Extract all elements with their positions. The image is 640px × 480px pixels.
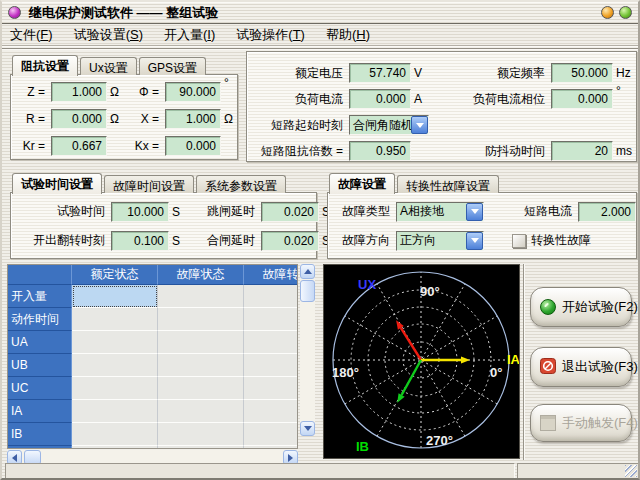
tab-test-time-settings[interactable]: 试验时间设置: [12, 173, 102, 194]
table-row-header[interactable]: UA: [8, 331, 72, 354]
table-row-header[interactable]: 动作时间: [8, 308, 72, 331]
vertical-scroll-thumb[interactable]: [300, 280, 315, 302]
menu-bar: 文件(F) 试验设置(S) 开入量(I) 试验操作(T) 帮助(H): [2, 24, 638, 46]
table-column-header[interactable]: 故障状态: [158, 265, 244, 285]
manual-trigger-button[interactable]: 手动触发(F4): [530, 404, 632, 442]
scroll-down-icon[interactable]: [300, 421, 315, 436]
short-circuit-start-dropdown[interactable]: 合闸角随机: [349, 115, 429, 135]
table-row-header[interactable]: IB: [8, 423, 72, 446]
table-cell[interactable]: [244, 308, 298, 331]
table-cell[interactable]: [244, 400, 298, 423]
kx-input[interactable]: 0.000: [165, 136, 221, 156]
dropdown-arrow-icon[interactable]: [466, 203, 483, 221]
table-cell[interactable]: [158, 308, 244, 331]
table-cell[interactable]: [72, 377, 158, 400]
fault-type-dropdown[interactable]: A相接地: [396, 202, 484, 222]
tab-fault-time-settings[interactable]: 故障时间设置: [104, 175, 194, 193]
table-cell[interactable]: [244, 446, 298, 449]
fault-direction-dropdown[interactable]: 正方向: [396, 231, 484, 251]
close-delay-input[interactable]: 0.020: [261, 231, 319, 251]
load-current-input[interactable]: 0.000: [349, 89, 411, 109]
table-row: 开入量: [8, 285, 297, 308]
title-bar[interactable]: 继电保护测试软件 —— 整组试验: [2, 2, 638, 24]
dropdown-arrow-icon[interactable]: [411, 116, 428, 134]
table-cell[interactable]: [158, 377, 244, 400]
tab-gps-settings[interactable]: GPS设置: [139, 57, 206, 75]
output-flip-input[interactable]: 0.100: [111, 231, 169, 251]
tab-fault-settings[interactable]: 故障设置: [329, 173, 395, 194]
fault-direction-label: 故障方向: [338, 232, 396, 249]
tab-impedance-settings[interactable]: 阻抗设置: [12, 55, 78, 76]
table-cell[interactable]: [158, 446, 244, 449]
time-tabstrip: 试验时间设置 故障时间设置 系统参数设置: [12, 172, 288, 193]
phasor-label: IB: [356, 439, 369, 454]
z-input[interactable]: 1.000: [51, 82, 107, 102]
short-circuit-current-unit: A: [636, 205, 640, 219]
short-circuit-current-input[interactable]: 2.000: [578, 202, 636, 222]
table-cell[interactable]: [244, 354, 298, 377]
table-row-header[interactable]: 开入量: [8, 285, 72, 308]
tab-system-param-settings[interactable]: 系统参数设置: [196, 175, 286, 193]
convertible-fault-checkbox[interactable]: [512, 234, 526, 248]
table-cell[interactable]: [244, 377, 298, 400]
kr-input[interactable]: 0.667: [51, 136, 107, 156]
table-cell[interactable]: [158, 331, 244, 354]
exit-test-button[interactable]: 退出试验(F3): [530, 347, 632, 387]
menu-help[interactable]: 帮助(H): [326, 26, 370, 44]
menu-file[interactable]: 文件(F): [10, 26, 53, 44]
table-column-header[interactable]: 故障转换: [244, 265, 298, 285]
table-cell[interactable]: [244, 331, 298, 354]
table-cell[interactable]: [72, 400, 158, 423]
x-input[interactable]: 1.000: [165, 109, 221, 129]
tab-ux-settings[interactable]: Ux设置: [80, 57, 137, 75]
table-cell[interactable]: [158, 423, 244, 446]
table-cell[interactable]: [158, 354, 244, 377]
fault-type-label: 故障类型: [338, 203, 396, 220]
table-cell[interactable]: [244, 285, 298, 308]
x-unit: Ω: [221, 112, 235, 126]
table-cell[interactable]: [158, 285, 244, 308]
state-table[interactable]: 额定状态故障状态故障转换开入量动作时间UAUBUCIAIBIC: [7, 264, 298, 449]
table-row: UA: [8, 331, 297, 354]
yellow-vector: [461, 357, 470, 364]
r-unit: Ω: [107, 112, 131, 126]
table-cell[interactable]: [72, 354, 158, 377]
table-cell[interactable]: [72, 331, 158, 354]
table-cell[interactable]: [158, 400, 244, 423]
impedance-multiplier-input[interactable]: 0.950: [349, 141, 411, 161]
test-time-input[interactable]: 10.000: [111, 202, 169, 222]
table-row: IA: [8, 400, 297, 423]
tab-convertible-fault-settings[interactable]: 转换性故障设置: [397, 175, 499, 193]
table-row-header[interactable]: IC: [8, 446, 72, 449]
load-current-phase-input[interactable]: 0.000: [551, 89, 613, 109]
table-cell[interactable]: [72, 446, 158, 449]
table-cell[interactable]: [244, 423, 298, 446]
table-cell[interactable]: [72, 423, 158, 446]
close-button[interactable]: [619, 6, 632, 19]
rated-frequency-input[interactable]: 50.000: [551, 63, 613, 83]
resize-grip[interactable]: [625, 465, 637, 477]
rated-frequency-label: 额定频率: [433, 65, 551, 82]
r-input[interactable]: 0.000: [51, 109, 107, 129]
table-cell[interactable]: [72, 308, 158, 331]
menu-input[interactable]: 开入量(I): [164, 26, 215, 44]
menu-test-operation[interactable]: 试验操作(T): [236, 26, 305, 44]
minimize-button[interactable]: [601, 6, 614, 19]
trip-delay-input[interactable]: 0.020: [261, 202, 319, 222]
dropdown-arrow-icon[interactable]: [466, 232, 483, 250]
menu-test-settings[interactable]: 试验设置(S): [74, 26, 143, 44]
test-time-label: 试验时间: [19, 203, 111, 220]
source-panel: 额定电压 57.740 V 额定频率 50.000 Hz 负荷电流 0.000 …: [246, 51, 637, 162]
table-row-header[interactable]: IA: [8, 400, 72, 423]
start-test-button[interactable]: 开始试验(F2): [530, 287, 632, 327]
anti-jitter-input[interactable]: 20: [551, 141, 613, 161]
table-row-header[interactable]: UC: [8, 377, 72, 400]
table-row-header[interactable]: UB: [8, 354, 72, 377]
table-vertical-scrollbar[interactable]: [300, 264, 315, 436]
table-cell[interactable]: [72, 285, 158, 308]
scroll-up-icon[interactable]: [300, 264, 315, 279]
state-table-widget: 额定状态故障状态故障转换开入量动作时间UAUBUCIAIBIC: [7, 264, 316, 465]
rated-voltage-input[interactable]: 57.740: [349, 63, 411, 83]
phi-input[interactable]: 90.000: [165, 82, 221, 102]
table-column-header[interactable]: 额定状态: [72, 265, 158, 285]
